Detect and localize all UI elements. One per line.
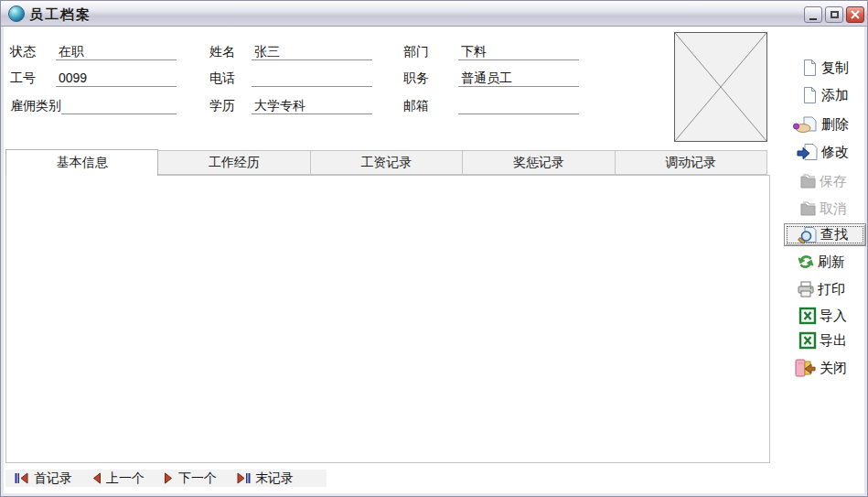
close-book-icon: [793, 358, 817, 378]
employment-type-field[interactable]: [61, 96, 177, 114]
copy-document-icon: [800, 59, 819, 77]
previous-record-label: 上一个: [106, 470, 145, 487]
import-button-label: 导入: [820, 308, 847, 325]
name-field[interactable]: 张三: [252, 42, 372, 60]
minimize-icon: [809, 18, 817, 20]
employee-id-label: 工号: [10, 69, 36, 87]
last-record-button[interactable]: 末记录: [236, 470, 294, 487]
refresh-button[interactable]: 刷新: [797, 252, 845, 272]
save-button-label: 保存: [820, 173, 847, 190]
delete-hand-document-icon: [793, 115, 819, 134]
import-button[interactable]: 导入: [798, 306, 847, 326]
window-title: 员工档案: [29, 5, 91, 24]
department-label: 部门: [403, 42, 429, 60]
add-document-icon: [800, 86, 819, 104]
save-folder-icon-disabled: [798, 172, 817, 190]
next-record-button[interactable]: 下一个: [164, 470, 217, 487]
save-button: 保存: [798, 171, 847, 191]
employment-type-label: 雇佣类别: [10, 96, 61, 114]
print-button[interactable]: 打印: [797, 279, 845, 299]
app-icon: [8, 5, 25, 22]
position-label: 职务: [403, 69, 429, 87]
next-record-icon: [164, 472, 174, 484]
minimize-button[interactable]: [804, 6, 822, 23]
modify-button-label: 修改: [821, 144, 849, 161]
phone-field[interactable]: [252, 69, 372, 87]
position-field[interactable]: 普通员工: [458, 69, 579, 87]
previous-record-button[interactable]: 上一个: [91, 470, 145, 487]
export-button-label: 导出: [820, 332, 847, 350]
close-button[interactable]: [846, 6, 864, 23]
last-record-label: 末记录: [255, 470, 294, 487]
next-record-label: 下一个: [178, 470, 217, 487]
employee-photo-placeholder: [674, 32, 767, 142]
education-field[interactable]: 大学专科: [252, 96, 372, 114]
tab-transfer-records[interactable]: 调动记录: [616, 150, 767, 175]
print-icon: [797, 280, 815, 298]
window-frame: [1, 493, 867, 496]
tab-basic-info[interactable]: 基本信息: [5, 149, 158, 176]
titlebar: 员工档案: [1, 1, 867, 27]
close-form-button[interactable]: 关闭: [793, 358, 847, 378]
modify-arrow-document-icon: [797, 143, 819, 161]
tab-reward-punishment[interactable]: 奖惩记录: [463, 150, 615, 175]
previous-record-icon: [91, 472, 102, 484]
status-label: 状态: [10, 42, 36, 60]
window-frame: [1, 27, 4, 497]
add-button[interactable]: 添加: [800, 85, 849, 105]
first-record-button[interactable]: 首记录: [15, 470, 72, 487]
print-button-label: 打印: [818, 281, 845, 298]
refresh-button-label: 刷新: [818, 254, 845, 271]
department-field[interactable]: 下料: [458, 42, 579, 60]
email-label: 邮箱: [403, 96, 429, 114]
refresh-icon: [797, 253, 815, 271]
employee-id-field[interactable]: 0099: [56, 69, 177, 87]
tab-work-history[interactable]: 工作经历: [158, 150, 310, 175]
close-form-button-label: 关闭: [820, 360, 847, 377]
window-frame: [864, 27, 867, 497]
cancel-button: 取消: [798, 199, 847, 219]
maximize-button[interactable]: [825, 6, 843, 23]
copy-button[interactable]: 复制: [800, 58, 849, 78]
find-button[interactable]: 查找: [784, 223, 866, 246]
tab-strip: 基本信息 工作经历 工资记录 奖惩记录 调动记录: [5, 150, 767, 175]
record-navigator: 首记录 上一个 下一个 末记录: [5, 470, 327, 487]
excel-export-icon: [798, 331, 817, 350]
export-button[interactable]: 导出: [798, 330, 847, 351]
education-label: 学历: [209, 96, 235, 114]
tab-page-basic-info: [5, 175, 770, 463]
close-icon: [851, 10, 860, 19]
find-button-label: 查找: [820, 226, 848, 243]
status-field[interactable]: 在职: [56, 42, 177, 60]
maximize-icon: [830, 11, 839, 18]
cancel-folder-icon-disabled: [798, 200, 817, 218]
phone-label: 电话: [209, 69, 235, 87]
modify-button[interactable]: 修改: [797, 142, 849, 162]
find-magnifier-icon: [798, 226, 818, 244]
app-window: 员工档案 状态 在职 姓名 张三 部门 下料 工号 0099 电话 职务 普通员…: [0, 0, 868, 497]
cancel-button-label: 取消: [820, 200, 847, 218]
first-record-label: 首记录: [34, 470, 72, 487]
photo-cross-icon: [675, 33, 766, 141]
delete-button-label: 删除: [821, 116, 849, 134]
last-record-icon: [236, 472, 251, 484]
name-label: 姓名: [209, 42, 235, 60]
email-field[interactable]: [458, 96, 579, 114]
excel-import-icon: [798, 307, 817, 325]
copy-button-label: 复制: [821, 59, 849, 77]
tab-salary-records[interactable]: 工资记录: [311, 150, 463, 175]
delete-button[interactable]: 删除: [793, 114, 849, 135]
first-record-icon: [15, 472, 29, 484]
add-button-label: 添加: [821, 87, 849, 104]
